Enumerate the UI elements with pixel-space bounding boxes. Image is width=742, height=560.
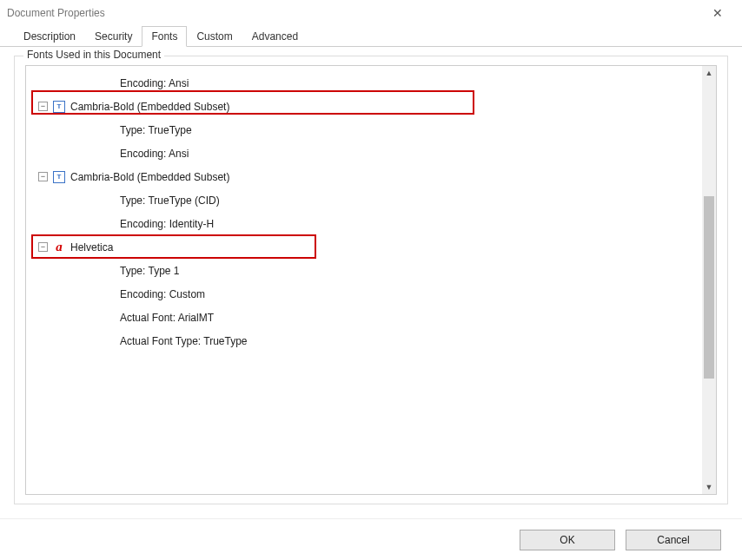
tree-detail-text: Encoding: Ansi xyxy=(120,148,189,160)
tree-detail-text: Encoding: Identity-H xyxy=(120,218,214,230)
tree-font-node[interactable]: − T Cambria-Bold (Embedded Subset) xyxy=(30,165,716,188)
tree-detail: Actual Font Type: TrueType xyxy=(30,329,716,352)
tab-strip: Description Security Fonts Custom Advanc… xyxy=(0,26,742,47)
tree-detail-text: Type: Type 1 xyxy=(120,265,180,277)
tree-detail: Encoding: Custom xyxy=(30,282,716,306)
font-name: Cambria-Bold (Embedded Subset) xyxy=(70,171,229,183)
tree-font-node[interactable]: − a Helvetica xyxy=(30,235,716,259)
titlebar: Document Properties ✕ xyxy=(0,0,742,26)
tab-security[interactable]: Security xyxy=(85,26,142,47)
ok-button[interactable]: OK xyxy=(520,530,615,550)
tab-fonts[interactable]: Fonts xyxy=(142,26,187,47)
font-name: Cambria-Bold (Embedded Subset) xyxy=(70,101,229,113)
tree-detail: Encoding: Ansi xyxy=(30,142,716,165)
font-tree-box: Encoding: Ansi − T Cambria-Bold (Embedde… xyxy=(25,65,717,495)
tree-detail: Encoding: Identity-H xyxy=(30,212,716,235)
tree-detail: Actual Font: ArialMT xyxy=(30,306,716,329)
tree-detail-text: Actual Font Type: TrueType xyxy=(120,335,248,347)
tree-detail: Type: TrueType xyxy=(30,118,716,142)
tree-font-node[interactable]: − T Cambria-Bold (Embedded Subset) xyxy=(30,95,716,118)
truetype-icon: T xyxy=(53,101,65,113)
tree-detail-text: Actual Font: ArialMT xyxy=(120,312,214,324)
vertical-scrollbar[interactable]: ▲ ▼ xyxy=(702,66,716,494)
tree-detail: Type: TrueType (CID) xyxy=(30,188,716,212)
scroll-up-icon[interactable]: ▲ xyxy=(702,66,716,80)
dialog-buttons: OK Cancel xyxy=(0,518,742,560)
tree-detail: Type: Type 1 xyxy=(30,259,716,282)
content-area: Fonts Used in this Document Encoding: An… xyxy=(0,47,742,518)
font-tree: Encoding: Ansi − T Cambria-Bold (Embedde… xyxy=(26,66,716,358)
truetype-icon: T xyxy=(53,171,65,183)
window-title: Document Properties xyxy=(7,7,700,19)
type1-icon: a xyxy=(53,241,65,254)
collapse-icon[interactable]: − xyxy=(38,172,48,181)
tree-detail-text: Type: TrueType (CID) xyxy=(120,194,220,207)
tree-detail-text: Encoding: Ansi xyxy=(120,77,189,89)
fieldset-legend: Fonts Used in this Document xyxy=(23,49,164,61)
tab-description[interactable]: Description xyxy=(14,26,85,47)
tree-detail-text: Encoding: Custom xyxy=(120,288,205,300)
tree-detail-text: Type: TrueType xyxy=(120,124,192,136)
close-icon[interactable]: ✕ xyxy=(700,6,735,20)
fonts-fieldset: Fonts Used in this Document Encoding: An… xyxy=(14,56,728,504)
tab-advanced[interactable]: Advanced xyxy=(242,26,308,47)
cancel-button[interactable]: Cancel xyxy=(626,530,721,550)
tree-detail: Encoding: Ansi xyxy=(30,71,716,95)
scrollbar-thumb[interactable] xyxy=(704,196,714,379)
dialog-window: Document Properties ✕ Description Securi… xyxy=(0,0,742,560)
scroll-down-icon[interactable]: ▼ xyxy=(702,480,716,494)
font-name: Helvetica xyxy=(70,241,113,254)
tab-custom[interactable]: Custom xyxy=(187,26,242,47)
collapse-icon[interactable]: − xyxy=(38,242,48,252)
collapse-icon[interactable]: − xyxy=(38,102,48,111)
